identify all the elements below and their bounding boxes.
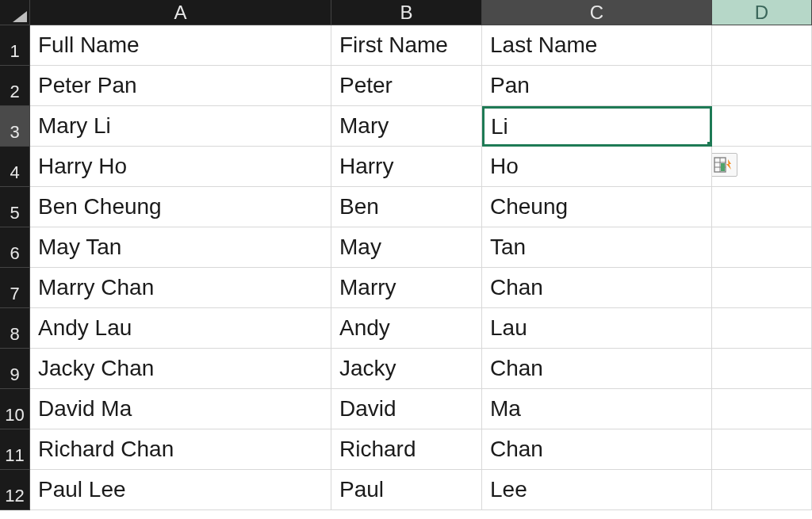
- cell-d8[interactable]: [712, 308, 812, 349]
- cell-a11[interactable]: Richard Chan: [30, 429, 331, 470]
- cell-a3[interactable]: Mary Li: [30, 106, 331, 147]
- cell-c6[interactable]: Tan: [482, 227, 712, 268]
- column-header-c[interactable]: C: [482, 0, 712, 25]
- cell-b11[interactable]: Richard: [331, 429, 482, 470]
- cell-a8[interactable]: Andy Lau: [30, 308, 331, 349]
- cell-b9[interactable]: Jacky: [331, 349, 482, 389]
- cell-b12[interactable]: Paul: [331, 470, 482, 510]
- cell-b7[interactable]: Marry: [331, 268, 482, 308]
- cell-d4[interactable]: [712, 147, 812, 187]
- cell-a5[interactable]: Ben Cheung: [30, 187, 331, 227]
- row-header-1[interactable]: 1: [0, 25, 30, 66]
- row-header-3[interactable]: 3: [0, 106, 30, 147]
- cell-b5[interactable]: Ben: [331, 187, 482, 227]
- svg-rect-4: [721, 163, 725, 171]
- row-header-11[interactable]: 11: [0, 429, 30, 470]
- cell-b8[interactable]: Andy: [331, 308, 482, 349]
- flash-fill-icon: [714, 156, 734, 174]
- row-header-10[interactable]: 10: [0, 389, 30, 429]
- column-header-b[interactable]: B: [331, 0, 482, 25]
- fill-handle[interactable]: [707, 141, 712, 147]
- cell-d9[interactable]: [712, 349, 812, 389]
- cell-c11[interactable]: Chan: [482, 429, 712, 470]
- cell-b4[interactable]: Harry: [331, 147, 482, 187]
- row-header-2[interactable]: 2: [0, 66, 30, 106]
- flash-fill-options-button[interactable]: [712, 153, 737, 177]
- cell-a6[interactable]: May Tan: [30, 227, 331, 268]
- cell-a12[interactable]: Paul Lee: [30, 470, 331, 510]
- cell-d6[interactable]: [712, 227, 812, 268]
- column-header-d[interactable]: D: [712, 0, 812, 25]
- cell-d10[interactable]: [712, 389, 812, 429]
- cell-c8[interactable]: Lau: [482, 308, 712, 349]
- cell-a2[interactable]: Peter Pan: [30, 66, 331, 106]
- cell-c4[interactable]: Ho: [482, 147, 712, 187]
- cell-d12[interactable]: [712, 470, 812, 510]
- cell-a1[interactable]: Full Name: [30, 25, 331, 66]
- cell-a9[interactable]: Jacky Chan: [30, 349, 331, 389]
- row-header-4[interactable]: 4: [0, 147, 30, 187]
- row-header-5[interactable]: 5: [0, 187, 30, 227]
- cell-b10[interactable]: David: [331, 389, 482, 429]
- cell-d5[interactable]: [712, 187, 812, 227]
- cell-c12[interactable]: Lee: [482, 470, 712, 510]
- row-header-7[interactable]: 7: [0, 268, 30, 308]
- cell-a7[interactable]: Marry Chan: [30, 268, 331, 308]
- cell-c2[interactable]: Pan: [482, 66, 712, 106]
- cell-d3[interactable]: [712, 106, 812, 147]
- cell-d11[interactable]: [712, 429, 812, 470]
- select-all-corner[interactable]: [0, 0, 30, 25]
- cell-c10[interactable]: Ma: [482, 389, 712, 429]
- spreadsheet-grid: A B C D 1 Full Name First Name Last Name…: [0, 0, 812, 510]
- cell-b2[interactable]: Peter: [331, 66, 482, 106]
- cell-c5[interactable]: Cheung: [482, 187, 712, 227]
- cell-b1[interactable]: First Name: [331, 25, 482, 66]
- cell-a4[interactable]: Harry Ho: [30, 147, 331, 187]
- cell-c9[interactable]: Chan: [482, 349, 712, 389]
- cell-c3-active[interactable]: Li: [482, 106, 712, 147]
- row-header-9[interactable]: 9: [0, 349, 30, 389]
- cell-c1[interactable]: Last Name: [482, 25, 712, 66]
- row-header-8[interactable]: 8: [0, 308, 30, 349]
- cell-d7[interactable]: [712, 268, 812, 308]
- column-header-a[interactable]: A: [30, 0, 331, 25]
- cell-d1[interactable]: [712, 25, 812, 66]
- cell-b3[interactable]: Mary: [331, 106, 482, 147]
- row-header-6[interactable]: 6: [0, 227, 30, 268]
- cell-b6[interactable]: May: [331, 227, 482, 268]
- cell-a10[interactable]: David Ma: [30, 389, 331, 429]
- cell-d2[interactable]: [712, 66, 812, 106]
- row-header-12[interactable]: 12: [0, 470, 30, 510]
- cell-c7[interactable]: Chan: [482, 268, 712, 308]
- cell-value: Li: [491, 114, 508, 139]
